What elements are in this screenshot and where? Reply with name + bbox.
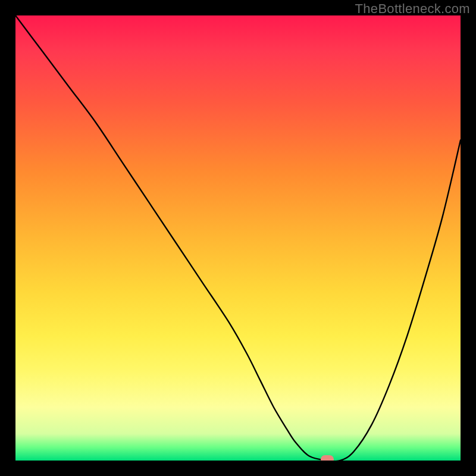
bottleneck-curve bbox=[15, 15, 461, 461]
curve-path bbox=[15, 15, 461, 461]
watermark-text: TheBottleneck.com bbox=[355, 1, 470, 17]
optimal-point-marker bbox=[321, 455, 334, 461]
chart-stage: TheBottleneck.com bbox=[0, 0, 476, 476]
plot-area bbox=[15, 15, 461, 461]
